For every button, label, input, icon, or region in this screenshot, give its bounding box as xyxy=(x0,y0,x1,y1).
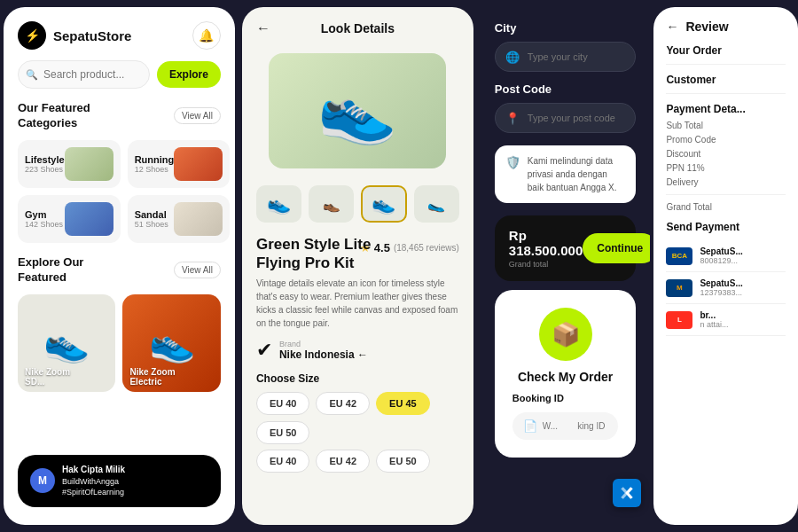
category-name-sandal: Sandal xyxy=(135,209,168,220)
booking-input-wrap: 📄 xyxy=(512,412,619,440)
category-card-sandal[interactable]: Sandal 51 Shoes xyxy=(128,195,231,243)
divider-3 xyxy=(666,194,786,195)
bank-info-mandiri: SepatuS... 12379383... xyxy=(700,278,742,297)
category-name-running: Running xyxy=(135,154,175,165)
size-btn-eu50-r2[interactable]: EU 50 xyxy=(376,450,430,473)
toast-subtitle: BuildWithAngga xyxy=(62,476,125,488)
toast-avatar: M xyxy=(30,468,55,493)
grand-total-row: Grand Total xyxy=(666,202,786,212)
featured-grid: 👟 Nike ZoomSD... 👟 Nike ZoomElectric xyxy=(18,294,221,392)
total-amount: Rp 318.500.000 xyxy=(509,228,583,258)
featured-title: Explore OurFeatured xyxy=(18,255,83,286)
delivery-row: Delivery xyxy=(666,177,786,187)
size-btn-eu42-r1[interactable]: EU 42 xyxy=(316,392,370,415)
toast-title: Hak Cipta Milik xyxy=(62,464,125,476)
privacy-text: Kami melindungi data privasi anda dengan… xyxy=(528,154,626,194)
rating-number: 4.5 xyxy=(374,241,390,254)
product-shoe-image: 👟 xyxy=(269,53,446,168)
categories-title: Our FeaturedCategories xyxy=(18,101,90,131)
sub-total-row: Sub Total xyxy=(666,121,786,130)
privacy-shield-icon: 🛡️ xyxy=(505,155,520,169)
promo-code-label: Promo Code xyxy=(666,135,716,145)
search-wrap: 🔍 xyxy=(18,60,150,89)
grand-total-label: Grand Total xyxy=(666,202,712,212)
review-count: (18,465 reviews) xyxy=(394,243,459,253)
size-btn-eu42-r2[interactable]: EU 42 xyxy=(316,450,370,473)
category-info-sandal: Sandal 51 Shoes xyxy=(135,209,168,229)
review-back-button[interactable]: ← xyxy=(666,20,678,34)
vscode-icon[interactable] xyxy=(613,479,641,507)
booking-id-input[interactable] xyxy=(543,421,651,431)
bank-row-bca[interactable]: BCA SepatuS... 8008129... xyxy=(666,240,786,272)
category-image-sandal xyxy=(174,202,223,236)
bank-row-mandiri[interactable]: M SepatuS... 12379383... xyxy=(666,272,786,304)
size-btn-eu45[interactable]: EU 45 xyxy=(376,392,430,415)
category-image-lifestyle xyxy=(65,147,113,181)
city-globe-icon: 🌐 xyxy=(505,51,520,64)
bca-logo-icon: BCA xyxy=(666,247,692,265)
toast-text: Hak Cipta Milik BuildWithAngga #SpiritOf… xyxy=(62,464,125,498)
look-details-title: Look Details xyxy=(321,21,395,35)
category-card-gym[interactable]: Gym 142 Shoes xyxy=(18,195,121,243)
store-logo: ⚡ SepatuStore xyxy=(18,21,131,50)
size-grid-row2: EU 40 EU 42 EU 50 xyxy=(256,450,459,473)
postcode-label: Post Code xyxy=(495,82,637,96)
panel-city-order: City 🌐 Post Code 📍 🛡️ Kami melindungi da… xyxy=(481,7,651,525)
brand-name: Nike Indonesia ← xyxy=(279,348,368,361)
category-info-lifestyle: Lifestyle 223 Shoes xyxy=(25,154,65,174)
size-btn-eu50-r1[interactable]: EU 50 xyxy=(256,421,310,444)
size-btn-eu40-r1[interactable]: EU 40 xyxy=(256,392,310,415)
postcode-input-wrap: 📍 xyxy=(495,103,637,133)
categories-view-all-button[interactable]: View All xyxy=(174,107,221,124)
bank-name-laravel: br... xyxy=(700,310,728,320)
featured-card-label-2: Nike ZoomElectric xyxy=(129,367,175,387)
check-order-card: 📦 Check My Order Booking ID 📄 xyxy=(495,290,637,458)
toast-hashtag: #SpiritOfLearning xyxy=(62,487,125,498)
grand-total-label: Grand total xyxy=(509,260,583,269)
size-btn-eu40-r2[interactable]: EU 40 xyxy=(256,450,310,473)
category-count-gym: 142 Shoes xyxy=(25,220,63,229)
category-card-running[interactable]: Running 12 Shoes xyxy=(128,140,231,188)
product-description: Vintage details elevate an icon for time… xyxy=(256,277,459,330)
featured-card-label-1: Nike ZoomSD... xyxy=(25,367,70,387)
city-label: City xyxy=(495,21,637,35)
total-info: Rp 318.500.000 Grand total xyxy=(509,228,583,269)
category-count-running: 12 Shoes xyxy=(135,165,175,174)
product-thumbnails: 👟 👞 👟 🥿 xyxy=(256,185,459,223)
category-count-lifestyle: 223 Shoes xyxy=(25,165,65,174)
bank-name-mandiri: SepatuS... xyxy=(700,278,742,288)
discount-label: Discount xyxy=(666,149,700,159)
delivery-label: Delivery xyxy=(666,177,698,187)
postcode-pin-icon: 📍 xyxy=(505,112,520,125)
category-count-sandal: 51 Shoes xyxy=(135,220,168,229)
thumbnail-3[interactable]: 👟 xyxy=(361,185,406,223)
payment-details-section: Payment Deta... Sub Total Promo Code Dis… xyxy=(666,103,786,212)
size-section-title: Choose Size xyxy=(256,372,459,385)
thumbnail-4[interactable]: 🥿 xyxy=(414,185,459,223)
bank-info-bca: SepatuS... 8008129... xyxy=(700,246,742,265)
customer-title: Customer xyxy=(666,74,786,86)
booking-scan-icon: 📄 xyxy=(523,419,537,433)
bank-info-laravel: br... n attai... xyxy=(700,310,728,329)
review-title: Review xyxy=(685,20,728,34)
featured-card-1[interactable]: 👟 Nike ZoomSD... xyxy=(18,294,115,392)
thumbnail-2[interactable]: 👞 xyxy=(309,185,354,223)
categories-grid: Lifestyle 223 Shoes Running 12 Shoes Gym… xyxy=(18,140,221,243)
bank-row-laravel[interactable]: L br... n attai... xyxy=(666,304,786,336)
notification-bell-icon[interactable]: 🔔 xyxy=(192,21,221,50)
city-input-wrap: 🌐 xyxy=(495,42,637,72)
continue-button[interactable]: Continue xyxy=(583,233,650,263)
customer-section: Customer xyxy=(666,74,786,94)
thumbnail-1[interactable]: 👟 xyxy=(256,185,301,223)
panel3-inner: City 🌐 Post Code 📍 🛡️ Kami melindungi da… xyxy=(481,7,651,525)
send-payment-title: Send Payment xyxy=(666,221,786,233)
divider-2 xyxy=(666,93,786,94)
bank-account-laravel: n attai... xyxy=(700,320,728,329)
explore-button[interactable]: Explore xyxy=(157,61,221,88)
featured-view-all-button[interactable]: View All xyxy=(174,262,221,278)
back-button[interactable]: ← xyxy=(256,20,270,36)
store-logo-icon: ⚡ xyxy=(18,21,46,50)
category-info-gym: Gym 142 Shoes xyxy=(25,209,63,229)
category-card-lifestyle[interactable]: Lifestyle 223 Shoes xyxy=(18,140,121,188)
featured-card-2[interactable]: 👟 Nike ZoomElectric xyxy=(122,294,220,392)
